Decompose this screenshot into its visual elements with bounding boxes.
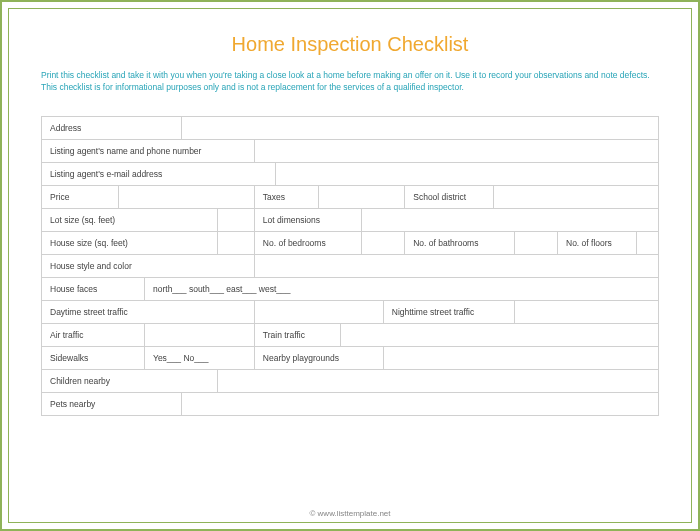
field-lot-size[interactable] bbox=[218, 208, 255, 231]
field-nearby-playgrounds[interactable] bbox=[383, 346, 658, 369]
table-row: House size (sq. feet) No. of bedrooms No… bbox=[42, 231, 659, 254]
table-row: Price Taxes School district bbox=[42, 185, 659, 208]
label-nighttime-traffic: Nighttime street traffic bbox=[383, 300, 514, 323]
table-row: Listing agent's name and phone number bbox=[42, 139, 659, 162]
table-row: Listing agent's e-mail address bbox=[42, 162, 659, 185]
label-lot-dimensions: Lot dimensions bbox=[254, 208, 361, 231]
field-air-traffic[interactable] bbox=[145, 323, 255, 346]
field-taxes[interactable] bbox=[319, 185, 405, 208]
label-nearby-playgrounds: Nearby playgrounds bbox=[254, 346, 383, 369]
label-address: Address bbox=[42, 116, 182, 139]
label-taxes: Taxes bbox=[254, 185, 318, 208]
field-school-district[interactable] bbox=[493, 185, 658, 208]
label-lot-size: Lot size (sq. feet) bbox=[42, 208, 218, 231]
field-no-bathrooms[interactable] bbox=[515, 231, 558, 254]
page-title: Home Inspection Checklist bbox=[41, 33, 659, 56]
label-school-district: School district bbox=[405, 185, 493, 208]
field-daytime-traffic[interactable] bbox=[254, 300, 383, 323]
label-listing-agent-name-phone: Listing agent's name and phone number bbox=[42, 139, 255, 162]
table-row: House style and color bbox=[42, 254, 659, 277]
table-row: Daytime street traffic Nighttime street … bbox=[42, 300, 659, 323]
table-row: Lot size (sq. feet) Lot dimensions bbox=[42, 208, 659, 231]
field-listing-agent-email[interactable] bbox=[276, 162, 659, 185]
field-lot-dimensions[interactable] bbox=[362, 208, 659, 231]
field-house-size[interactable] bbox=[218, 231, 255, 254]
table-row: Pets nearby bbox=[42, 392, 659, 415]
label-listing-agent-email: Listing agent's e-mail address bbox=[42, 162, 276, 185]
label-house-style-color: House style and color bbox=[42, 254, 255, 277]
field-address[interactable] bbox=[181, 116, 658, 139]
table-row: Children nearby bbox=[42, 369, 659, 392]
label-house-faces: House faces bbox=[42, 277, 145, 300]
label-daytime-traffic: Daytime street traffic bbox=[42, 300, 255, 323]
label-children-nearby: Children nearby bbox=[42, 369, 218, 392]
inner-border: Home Inspection Checklist Print this che… bbox=[8, 8, 692, 523]
field-no-floors[interactable] bbox=[637, 231, 659, 254]
table-row: Address bbox=[42, 116, 659, 139]
label-no-bathrooms: No. of bathrooms bbox=[405, 231, 515, 254]
field-no-bedrooms[interactable] bbox=[362, 231, 405, 254]
field-nighttime-traffic[interactable] bbox=[515, 300, 659, 323]
field-house-style-color[interactable] bbox=[254, 254, 658, 277]
footer-text: © www.listtemplate.net bbox=[9, 509, 691, 518]
label-no-bedrooms: No. of bedrooms bbox=[254, 231, 361, 254]
checklist-table: Address Listing agent's name and phone n… bbox=[41, 116, 659, 416]
label-pets-nearby: Pets nearby bbox=[42, 392, 182, 415]
label-train-traffic: Train traffic bbox=[254, 323, 340, 346]
label-sidewalks: Sidewalks bbox=[42, 346, 145, 369]
field-train-traffic[interactable] bbox=[340, 323, 658, 346]
outer-border: Home Inspection Checklist Print this che… bbox=[0, 0, 700, 531]
table-row: House faces north___ south___ east___ we… bbox=[42, 277, 659, 300]
intro-paragraph: Print this checklist and take it with yo… bbox=[41, 70, 659, 94]
label-price: Price bbox=[42, 185, 119, 208]
field-sidewalks-options[interactable]: Yes___ No___ bbox=[145, 346, 255, 369]
field-listing-agent-name-phone[interactable] bbox=[254, 139, 658, 162]
table-row: Air traffic Train traffic bbox=[42, 323, 659, 346]
table-row: Sidewalks Yes___ No___ Nearby playground… bbox=[42, 346, 659, 369]
label-air-traffic: Air traffic bbox=[42, 323, 145, 346]
label-no-floors: No. of floors bbox=[558, 231, 637, 254]
field-price[interactable] bbox=[119, 185, 255, 208]
field-pets-nearby[interactable] bbox=[181, 392, 658, 415]
field-house-faces-options[interactable]: north___ south___ east___ west___ bbox=[145, 277, 659, 300]
field-children-nearby[interactable] bbox=[218, 369, 659, 392]
label-house-size: House size (sq. feet) bbox=[42, 231, 218, 254]
